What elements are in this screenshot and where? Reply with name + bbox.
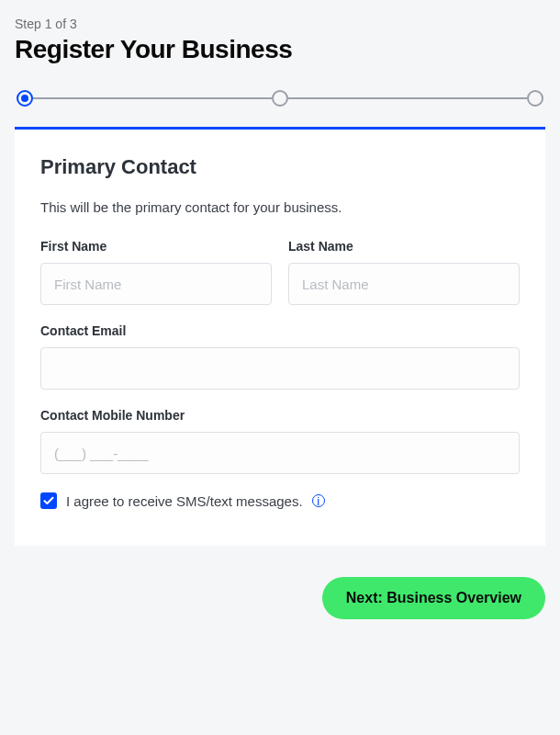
page-title: Register Your Business [15,35,545,64]
last-name-input[interactable] [288,263,520,305]
sms-consent-checkbox[interactable] [40,492,57,509]
first-name-label: First Name [40,239,272,254]
first-name-input[interactable] [40,263,272,305]
progress-indicator [15,90,545,107]
info-icon[interactable]: i [312,494,325,507]
check-icon [43,495,54,506]
progress-step-1 [17,90,33,107]
primary-contact-card: Primary Contact This will be the primary… [15,127,545,546]
mobile-label: Contact Mobile Number [40,408,520,423]
last-name-label: Last Name [288,239,520,254]
progress-line [288,97,527,99]
progress-step-3 [527,90,543,107]
progress-step-2 [272,90,288,107]
step-label: Step 1 of 3 [15,17,545,31]
next-button[interactable]: Next: Business Overview [322,577,545,619]
mobile-input[interactable] [40,432,520,474]
progress-line [33,97,272,99]
email-label: Contact Email [40,323,520,338]
email-input[interactable] [40,347,520,390]
card-description: This will be the primary contact for you… [40,199,520,215]
card-title: Primary Contact [40,155,520,179]
sms-consent-label: I agree to receive SMS/text messages. [66,493,303,509]
